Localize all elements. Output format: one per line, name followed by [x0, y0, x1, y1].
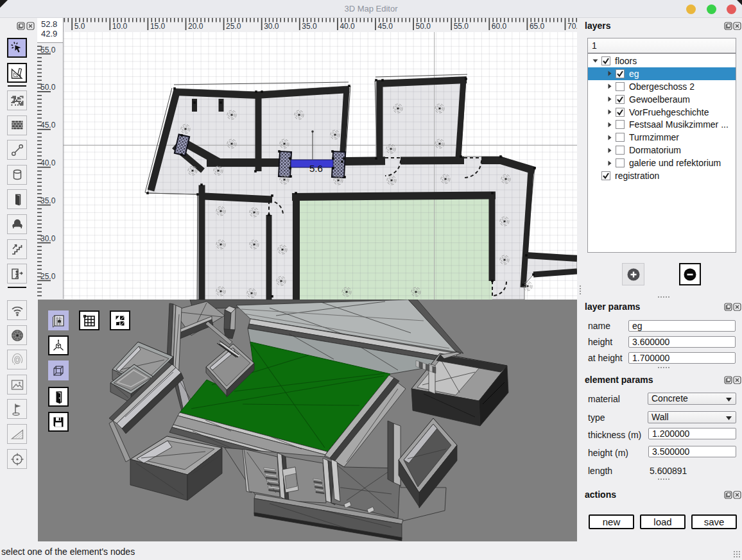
svg-text:35.0: 35.0: [302, 22, 317, 31]
svg-text:55.0: 55.0: [454, 22, 469, 31]
svg-text:40.0: 40.0: [340, 22, 355, 31]
svg-text:30.0: 30.0: [264, 22, 279, 31]
svg-text:65.0: 65.0: [530, 22, 545, 31]
svg-text:25.0: 25.0: [226, 22, 241, 31]
svg-text:20.0: 20.0: [188, 22, 203, 31]
svg-text:55.0: 55.0: [40, 46, 56, 55]
svg-text:50.0: 50.0: [40, 83, 56, 92]
svg-text:50.0: 50.0: [416, 22, 431, 31]
svg-text:70.0: 70.0: [567, 22, 577, 31]
svg-text:10.0: 10.0: [112, 22, 128, 31]
svg-text:5.0: 5.0: [74, 22, 85, 31]
svg-text:40.0: 40.0: [40, 158, 56, 167]
svg-text:35.0: 35.0: [40, 196, 56, 205]
svg-text:45.0: 45.0: [40, 121, 56, 130]
svg-text:45.0: 45.0: [378, 22, 393, 31]
svg-text:30.0: 30.0: [40, 234, 56, 243]
svg-text:5.6: 5.6: [309, 163, 323, 174]
svg-text:15.0: 15.0: [150, 22, 166, 31]
svg-text:60.0: 60.0: [492, 22, 507, 31]
svg-text:25.0: 25.0: [40, 272, 56, 281]
